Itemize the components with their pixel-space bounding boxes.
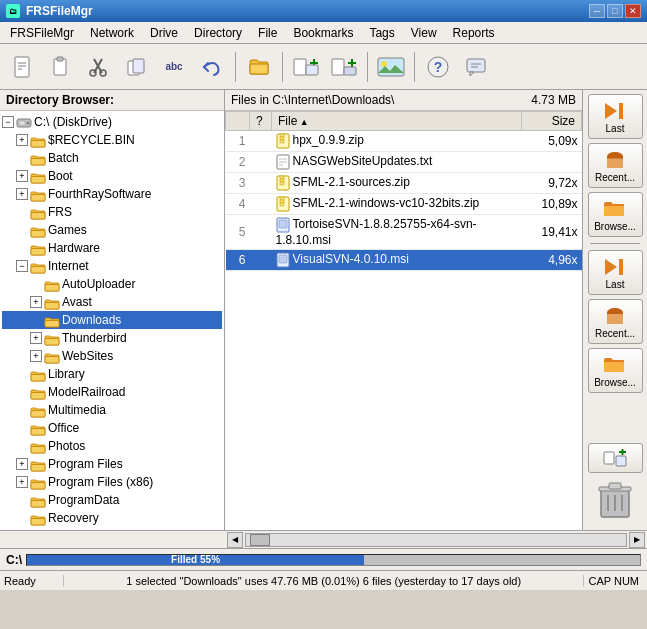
expand-btn-fourthray[interactable]: + bbox=[16, 188, 28, 200]
tree-label-autouploader: AutoUploader bbox=[62, 277, 135, 291]
tree-item-websites[interactable]: + WebSites bbox=[2, 347, 222, 365]
last-bottom-button[interactable]: Last bbox=[588, 250, 643, 295]
tree-item-programdata[interactable]: ProgramData bbox=[2, 491, 222, 509]
folder-icon-internet bbox=[30, 258, 46, 273]
folder-icon-photos bbox=[30, 438, 46, 453]
tree-item-recovery[interactable]: Recovery bbox=[2, 509, 222, 527]
directory-browser-header: Directory Browser: bbox=[0, 90, 224, 111]
col-num[interactable] bbox=[226, 112, 250, 131]
image-button[interactable] bbox=[373, 49, 409, 85]
tree-item-modelrailroad[interactable]: ModelRailroad bbox=[2, 383, 222, 401]
tree-item-autouploader[interactable]: AutoUploader bbox=[2, 275, 222, 293]
tree-item-frs[interactable]: FRS bbox=[2, 203, 222, 221]
table-row[interactable]: 4 SFML-2.1-windows-vc10-32bits.zip10,89x bbox=[226, 194, 582, 215]
expand-btn-websites[interactable]: + bbox=[30, 350, 42, 362]
tree-item-recycle[interactable]: + $RECYCLE.BIN bbox=[2, 131, 222, 149]
menu-network[interactable]: Network bbox=[82, 22, 142, 43]
scroll-left-button[interactable]: ◀ bbox=[227, 532, 243, 548]
table-row[interactable]: 2 NASGWebSiteUpdates.txt bbox=[226, 152, 582, 173]
table-row[interactable]: 1 hpx_0.9.9.zip5,09x bbox=[226, 131, 582, 152]
svg-rect-63 bbox=[280, 140, 284, 143]
tree-item-programfilesx86[interactable]: + Program Files (x86) bbox=[2, 473, 222, 491]
tree-item-thunderbird[interactable]: + Thunderbird bbox=[2, 329, 222, 347]
table-row[interactable]: 3 SFML-2.1-sources.zip9,72x bbox=[226, 173, 582, 194]
tree-item-cdrive[interactable]: − C:\ (DiskDrive) bbox=[2, 113, 222, 131]
tree-item-programfiles[interactable]: + Program Files bbox=[2, 455, 222, 473]
expand-btn-cdrive[interactable]: − bbox=[2, 116, 14, 128]
tree-item-systemvolume[interactable]: System Volume Information bbox=[2, 527, 222, 530]
recent-top-button[interactable]: Recent... bbox=[588, 143, 643, 188]
svg-rect-52 bbox=[31, 500, 45, 507]
menu-file[interactable]: File bbox=[250, 22, 285, 43]
minimize-button[interactable]: ─ bbox=[589, 4, 605, 18]
menu-drive[interactable]: Drive bbox=[142, 22, 186, 43]
tree-item-library[interactable]: Library bbox=[2, 365, 222, 383]
svg-rect-45 bbox=[31, 374, 45, 381]
col-flag[interactable]: ? bbox=[250, 112, 272, 131]
tree-container[interactable]: − C:\ (DiskDrive)+ $RECYCLE.BIN Batch+ B… bbox=[0, 111, 224, 530]
menu-tags[interactable]: Tags bbox=[361, 22, 402, 43]
folder-icon-downloads bbox=[44, 312, 60, 327]
svg-rect-49 bbox=[31, 446, 45, 453]
add-small-button[interactable] bbox=[588, 443, 643, 473]
hscroll[interactable] bbox=[245, 533, 627, 547]
tree-item-downloads[interactable]: Downloads bbox=[2, 311, 222, 329]
tree-item-avast[interactable]: + Avast bbox=[2, 293, 222, 311]
table-row[interactable]: 5 TortoiseSVN-1.8.8.25755-x64-svn-1.8.10… bbox=[226, 215, 582, 250]
expand-btn-programfilesx86[interactable]: + bbox=[16, 476, 28, 488]
expand-btn-thunderbird[interactable]: + bbox=[30, 332, 42, 344]
tree-item-games[interactable]: Games bbox=[2, 221, 222, 239]
expand-btn-programfiles[interactable]: + bbox=[16, 458, 28, 470]
copy-button[interactable] bbox=[118, 49, 154, 85]
tree-item-internet[interactable]: − Internet bbox=[2, 257, 222, 275]
menu-directory[interactable]: Directory bbox=[186, 22, 250, 43]
help-button[interactable]: ? bbox=[420, 49, 456, 85]
svg-rect-40 bbox=[45, 284, 59, 291]
menu-bookmarks[interactable]: Bookmarks bbox=[285, 22, 361, 43]
app-title: FRSFileMgr bbox=[26, 4, 93, 18]
menu-view[interactable]: View bbox=[403, 22, 445, 43]
tree-item-boot[interactable]: + Boot bbox=[2, 167, 222, 185]
maximize-button[interactable]: □ bbox=[607, 4, 623, 18]
undo-button[interactable] bbox=[194, 49, 230, 85]
file-table-container[interactable]: ? File Size 1 hpx_0.9.9.zip5,09x2 NASGWe… bbox=[225, 111, 582, 530]
new-button[interactable] bbox=[4, 49, 40, 85]
rename-button[interactable]: abc bbox=[156, 49, 192, 85]
comment-button[interactable] bbox=[458, 49, 494, 85]
expand-btn-boot[interactable]: + bbox=[16, 170, 28, 182]
tree-item-fourthray[interactable]: + FourthRaySoftware bbox=[2, 185, 222, 203]
browse-bottom-button[interactable]: Browse... bbox=[588, 348, 643, 393]
last-top-button[interactable]: Last bbox=[588, 94, 643, 139]
hscroll-thumb[interactable] bbox=[250, 534, 270, 546]
scroll-right-button[interactable]: ▶ bbox=[629, 532, 645, 548]
clipboard-button[interactable] bbox=[42, 49, 78, 85]
svg-rect-73 bbox=[280, 197, 284, 200]
col-size[interactable]: Size bbox=[522, 112, 582, 131]
add-file-button[interactable] bbox=[288, 49, 324, 85]
expand-btn-recycle[interactable]: + bbox=[16, 134, 28, 146]
recent-bottom-button[interactable]: Recent... bbox=[588, 299, 643, 344]
file-type-icon bbox=[276, 154, 290, 168]
tree-item-batch[interactable]: Batch bbox=[2, 149, 222, 167]
move-file-button[interactable] bbox=[326, 49, 362, 85]
svg-rect-84 bbox=[604, 362, 624, 372]
close-button[interactable]: ✕ bbox=[625, 4, 641, 18]
expand-btn-avast[interactable]: + bbox=[30, 296, 42, 308]
folder-button[interactable] bbox=[241, 49, 277, 85]
svg-rect-43 bbox=[45, 338, 59, 345]
tree-item-office[interactable]: Office bbox=[2, 419, 222, 437]
expand-btn-internet[interactable]: − bbox=[16, 260, 28, 272]
menu-reports[interactable]: Reports bbox=[445, 22, 503, 43]
menu-frsmfilemgr[interactable]: FRSFileMgr bbox=[2, 22, 82, 43]
recycle-bin-button[interactable] bbox=[597, 479, 633, 522]
menu-bar: FRSFileMgr Network Drive Directory File … bbox=[0, 22, 647, 44]
col-file[interactable]: File bbox=[272, 112, 522, 131]
table-row[interactable]: 6 VisualSVN-4.0.10.msi4,96x bbox=[226, 250, 582, 271]
tree-item-hardware[interactable]: Hardware bbox=[2, 239, 222, 257]
svg-rect-25 bbox=[467, 59, 485, 72]
browse-top-button[interactable]: Browse... bbox=[588, 192, 643, 237]
cut-button[interactable] bbox=[80, 49, 116, 85]
tree-item-multimedia[interactable]: Multimedia bbox=[2, 401, 222, 419]
tree-item-photos[interactable]: Photos bbox=[2, 437, 222, 455]
file-list-size: 4.73 MB bbox=[531, 93, 576, 107]
